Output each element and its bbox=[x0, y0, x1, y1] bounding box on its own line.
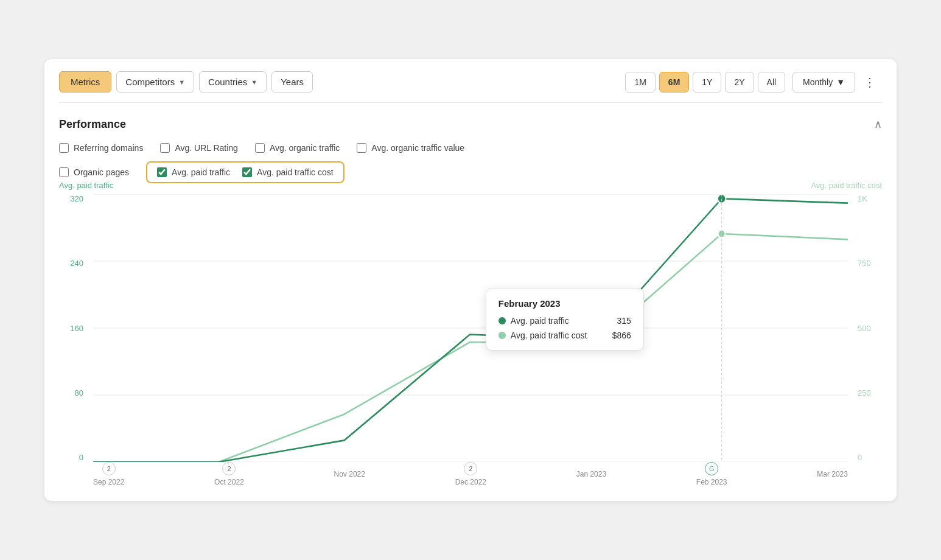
highlighted-checkboxes-group: Avg. paid traffic Avg. paid traffic cost bbox=[146, 161, 345, 183]
toolbar-right: 1M 6M 1Y 2Y All Monthly ▼ ⋮ bbox=[625, 72, 882, 93]
checkbox-paid-traffic-input[interactable] bbox=[157, 167, 167, 177]
time-2y-button[interactable]: 2Y bbox=[725, 72, 754, 93]
tooltip-dot-0 bbox=[498, 317, 506, 324]
time-1m-button[interactable]: 1M bbox=[625, 72, 655, 93]
y-left-2: 160 bbox=[70, 324, 83, 333]
chart-svg bbox=[93, 194, 848, 462]
competitors-arrow-icon: ▼ bbox=[178, 79, 185, 86]
checkbox-organic-traffic[interactable]: Avg. organic traffic bbox=[255, 143, 340, 153]
checkbox-organic-traffic-value-input[interactable] bbox=[357, 143, 366, 153]
collapse-button[interactable]: ∧ bbox=[874, 117, 882, 131]
checkbox-referring-domains-input[interactable] bbox=[59, 143, 69, 153]
y-axis-left: 320 240 160 80 0 bbox=[59, 194, 88, 462]
y-left-4: 0 bbox=[79, 453, 83, 462]
tooltip-value-1: $866 bbox=[612, 331, 631, 340]
checkbox-organic-pages-label: Organic pages bbox=[74, 167, 129, 177]
main-card: Metrics Competitors ▼ Countries ▼ Years … bbox=[44, 59, 897, 501]
x-label-mar: Mar 2023 bbox=[817, 470, 848, 478]
section-header: Performance ∧ bbox=[59, 117, 882, 131]
dec-badge: 2 bbox=[464, 462, 477, 475]
tooltip-dot-1 bbox=[498, 332, 506, 339]
checkbox-url-rating-input[interactable] bbox=[160, 143, 170, 153]
checkbox-paid-traffic-cost[interactable]: Avg. paid traffic cost bbox=[242, 167, 334, 177]
y-right-3: 250 bbox=[858, 388, 871, 397]
y-right-0: 1K bbox=[858, 194, 867, 203]
sep-badge: 2 bbox=[102, 462, 116, 475]
performance-section: Performance ∧ Referring domains Avg. URL… bbox=[59, 117, 882, 486]
tooltip-title: February 2023 bbox=[498, 298, 631, 309]
checkbox-row-1: Referring domains Avg. URL Rating Avg. o… bbox=[59, 143, 882, 153]
tooltip-label-0: Avg. paid traffic bbox=[498, 316, 569, 326]
metrics-button[interactable]: Metrics bbox=[59, 71, 111, 93]
x-label-jan: Jan 2023 bbox=[576, 470, 606, 478]
x-label-nov: Nov 2022 bbox=[334, 470, 365, 478]
checkbox-organic-traffic-value-label: Avg. organic traffic value bbox=[371, 143, 464, 153]
toolbar-left: Metrics Competitors ▼ Countries ▼ Years bbox=[59, 71, 313, 93]
toolbar: Metrics Competitors ▼ Countries ▼ Years … bbox=[59, 71, 882, 103]
x-axis: 2 Sep 2022 2 Oct 2022 Nov 2022 2 Dec 202… bbox=[93, 462, 848, 486]
tooltip-row-0: Avg. paid traffic 315 bbox=[498, 316, 631, 326]
checkbox-paid-traffic-cost-input[interactable] bbox=[242, 167, 252, 177]
checkbox-organic-pages-input[interactable] bbox=[59, 167, 69, 177]
axis-left-title: Avg. paid traffic bbox=[59, 181, 113, 190]
x-label-sep: 2 Sep 2022 bbox=[93, 462, 124, 486]
time-1y-button[interactable]: 1Y bbox=[693, 72, 721, 93]
tooltip-row-1: Avg. paid traffic cost $866 bbox=[498, 331, 631, 340]
checkbox-paid-traffic[interactable]: Avg. paid traffic bbox=[157, 167, 230, 177]
oct-badge: 2 bbox=[222, 462, 236, 475]
section-title: Performance bbox=[59, 118, 126, 131]
x-label-oct: 2 Oct 2022 bbox=[214, 462, 244, 486]
tooltip-label-1: Avg. paid traffic cost bbox=[498, 331, 587, 340]
countries-arrow-icon: ▼ bbox=[251, 79, 257, 86]
checkbox-url-rating[interactable]: Avg. URL Rating bbox=[160, 143, 238, 153]
checkbox-paid-traffic-cost-label: Avg. paid traffic cost bbox=[257, 167, 334, 177]
y-left-3: 80 bbox=[75, 388, 83, 397]
chart-container: Avg. paid traffic Avg. paid traffic cost… bbox=[59, 194, 882, 486]
x-label-dec: 2 Dec 2022 bbox=[455, 462, 486, 486]
checkbox-referring-domains[interactable]: Referring domains bbox=[59, 143, 143, 153]
competitors-button[interactable]: Competitors ▼ bbox=[116, 71, 194, 93]
axis-right-title: Avg. paid traffic cost bbox=[811, 181, 882, 190]
checkbox-paid-traffic-label: Avg. paid traffic bbox=[172, 167, 230, 177]
years-button[interactable]: Years bbox=[271, 71, 313, 93]
checkbox-referring-domains-label: Referring domains bbox=[74, 143, 143, 153]
checkbox-organic-pages[interactable]: Organic pages bbox=[59, 167, 129, 177]
y-right-2: 500 bbox=[858, 324, 871, 333]
tooltip-value-0: 315 bbox=[617, 316, 631, 326]
countries-button[interactable]: Countries ▼ bbox=[199, 71, 267, 93]
y-right-4: 0 bbox=[858, 453, 862, 462]
checkbox-organic-traffic-value[interactable]: Avg. organic traffic value bbox=[357, 143, 464, 153]
feb-badge: G bbox=[705, 462, 718, 475]
more-options-button[interactable]: ⋮ bbox=[859, 72, 882, 92]
chart-svg-area: February 2023 Avg. paid traffic 315 Avg.… bbox=[93, 194, 848, 462]
checkbox-organic-traffic-input[interactable] bbox=[255, 143, 265, 153]
time-6m-button[interactable]: 6M bbox=[659, 72, 689, 93]
x-label-feb: G Feb 2023 bbox=[696, 462, 727, 486]
checkbox-url-rating-label: Avg. URL Rating bbox=[175, 143, 238, 153]
y-left-1: 240 bbox=[70, 259, 83, 268]
checkbox-rows: Referring domains Avg. URL Rating Avg. o… bbox=[59, 143, 882, 183]
checkbox-row-2: Organic pages Avg. paid traffic Avg. pai… bbox=[59, 161, 882, 183]
y-left-0: 320 bbox=[70, 194, 83, 203]
y-right-1: 750 bbox=[858, 259, 871, 268]
y-axis-right: 1K 750 500 250 0 bbox=[853, 194, 882, 462]
chart-tooltip: February 2023 Avg. paid traffic 315 Avg.… bbox=[486, 288, 644, 351]
monthly-arrow-icon: ▼ bbox=[836, 77, 845, 87]
checkbox-organic-traffic-label: Avg. organic traffic bbox=[270, 143, 340, 153]
time-all-button[interactable]: All bbox=[758, 72, 786, 93]
monthly-button[interactable]: Monthly ▼ bbox=[792, 72, 855, 93]
